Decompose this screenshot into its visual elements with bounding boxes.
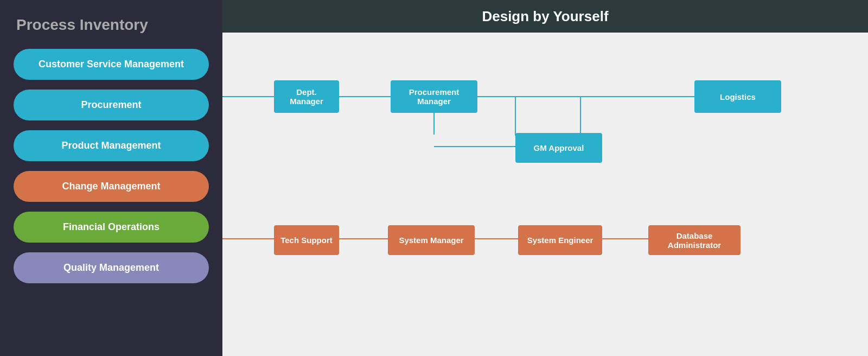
header: Design by Yourself xyxy=(222,0,868,33)
box-system-manager[interactable]: System Manager xyxy=(388,225,475,255)
sidebar-item-product-management[interactable]: Product Management xyxy=(14,130,209,161)
sidebar-item-procurement[interactable]: Procurement xyxy=(14,90,209,120)
sidebar-title: Process Inventory xyxy=(16,16,148,34)
right-panel: Design by Yourself xyxy=(222,0,868,356)
sidebar: Process Inventory Customer Service Manag… xyxy=(0,0,222,356)
sidebar-item-financial-operations[interactable]: Financial Operations xyxy=(14,212,209,243)
box-dept-manager[interactable]: Dept. Manager xyxy=(274,80,339,113)
box-logistics[interactable]: Logistics xyxy=(694,80,781,113)
box-system-engineer[interactable]: System Engineer xyxy=(518,225,602,255)
sidebar-item-quality-management[interactable]: Quality Management xyxy=(14,252,209,283)
box-database-administrator[interactable]: Database Administrator xyxy=(648,225,741,255)
box-tech-support[interactable]: Tech Support xyxy=(274,225,339,255)
sidebar-item-change-management[interactable]: Change Management xyxy=(14,171,209,202)
diagram-area: Dept. Manager Procurement Manager GM App… xyxy=(222,33,868,356)
sidebar-item-customer-service[interactable]: Customer Service Management xyxy=(14,49,209,80)
box-gm-approval[interactable]: GM Approval xyxy=(515,133,602,163)
box-procurement-manager[interactable]: Procurement Manager xyxy=(391,80,477,113)
header-title: Design by Yourself xyxy=(482,8,608,25)
